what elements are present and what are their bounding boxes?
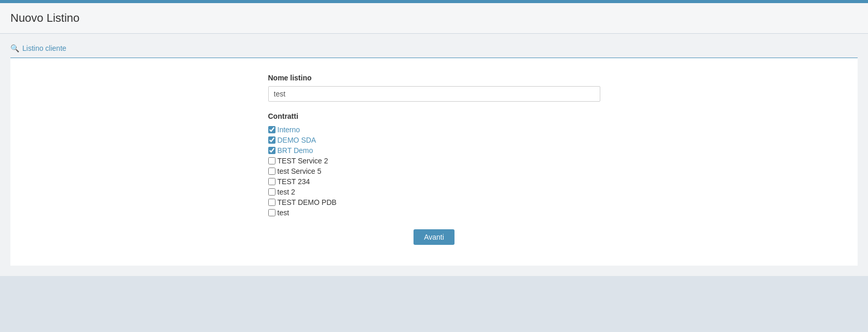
list-item: test 2 (268, 188, 600, 196)
list-item: Interno (268, 126, 600, 134)
checkbox-test-service-2[interactable] (268, 157, 275, 164)
nome-listino-label: Nome listino (268, 74, 600, 82)
checkbox-test-label[interactable]: test (278, 209, 290, 217)
checkbox-interno[interactable] (268, 126, 275, 133)
checkbox-test-234[interactable] (268, 178, 275, 185)
list-item: DEMO SDA (268, 136, 600, 144)
list-item: test (268, 209, 600, 217)
checkbox-test-service-2-label[interactable]: TEST Service 2 (278, 157, 328, 165)
checkbox-test-234-label[interactable]: TEST 234 (278, 177, 310, 186)
checkbox-test-service-5-label[interactable]: test Service 5 (278, 167, 322, 175)
checkbox-list: Interno DEMO SDA BRT Demo TEST Service 2… (268, 126, 600, 217)
checkbox-test-2[interactable] (268, 188, 275, 196)
checkbox-test-demo-pdb-label[interactable]: TEST DEMO PDB (278, 198, 337, 206)
form-container: Nome listino Contratti Interno DEMO SDA … (10, 58, 858, 266)
list-item: TEST DEMO PDB (268, 198, 600, 206)
content-area: 🔍 Listino cliente Nome listino Contratti… (0, 34, 868, 276)
form-inner: Nome listino Contratti Interno DEMO SDA … (268, 74, 600, 245)
list-item: test Service 5 (268, 167, 600, 175)
search-icon: 🔍 (10, 44, 19, 52)
checkbox-test-demo-pdb[interactable] (268, 199, 275, 206)
bottom-area (0, 276, 868, 332)
checkbox-brt-demo-label[interactable]: BRT Demo (278, 146, 313, 155)
list-item: BRT Demo (268, 146, 600, 155)
checkbox-test-service-5[interactable] (268, 168, 275, 175)
avanti-button[interactable]: Avanti (414, 229, 454, 245)
list-item: TEST Service 2 (268, 157, 600, 165)
checkbox-demo-sda[interactable] (268, 136, 275, 144)
checkbox-demo-sda-label[interactable]: DEMO SDA (278, 136, 316, 144)
page-header: Nuovo Listino (0, 3, 868, 34)
checkbox-interno-label[interactable]: Interno (278, 126, 300, 134)
list-item: TEST 234 (268, 177, 600, 186)
checkbox-brt-demo[interactable] (268, 147, 275, 154)
nome-listino-input[interactable] (268, 86, 600, 102)
page-title: Nuovo Listino (10, 11, 858, 25)
checkbox-test-2-label[interactable]: test 2 (278, 188, 295, 196)
contratti-label: Contratti (268, 112, 600, 120)
section-label: Listino cliente (22, 44, 66, 52)
checkbox-test[interactable] (268, 209, 275, 216)
section-header: 🔍 Listino cliente (10, 39, 858, 58)
